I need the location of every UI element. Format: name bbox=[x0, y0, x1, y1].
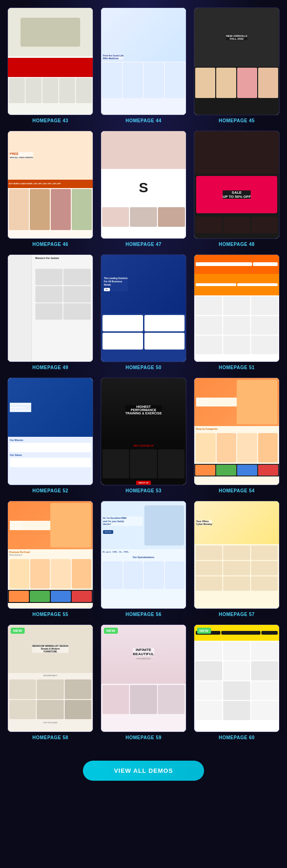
card-hp43-label: HOMEPAGE 43 bbox=[33, 118, 68, 123]
card-hp49-label: HOMEPAGE 49 bbox=[33, 365, 68, 370]
homepage-grid: HOMEPAGE 43 Find the Good LifeWith Medic… bbox=[7, 7, 280, 740]
card-hp48[interactable]: SALEUP TO 50% OFF HOMEPAGE 48 bbox=[194, 131, 280, 246]
card-hp53-label: HOMEPAGE 53 bbox=[126, 488, 162, 493]
card-hp53[interactable]: HIGHESTPERFORMANCETraining & Exercise WH… bbox=[101, 378, 186, 493]
card-hp50[interactable]: The Leading SolutionFor All BusinessNeed… bbox=[101, 254, 186, 370]
card-hp56[interactable]: Hi, I'm Excellent BMAand I'm your family… bbox=[101, 501, 186, 616]
card-hp47-label: HOMEPAGE 47 bbox=[126, 242, 162, 247]
card-hp51[interactable]: HOMEPAGE 51 bbox=[194, 254, 280, 370]
card-hp55-label: HOMEPAGE 55 bbox=[33, 612, 68, 617]
new-badge-hp59: NEW bbox=[104, 628, 118, 634]
new-badge-hp58: NEW bbox=[11, 628, 25, 634]
card-hp46[interactable]: FREEWITH ALL ENDS-ORDERS BUY MORE & SAVE… bbox=[7, 131, 93, 246]
card-hp50-label: HOMEPAGE 50 bbox=[126, 365, 162, 370]
card-hp52[interactable]: Focus on BusinessFundamentalsand Due Dil… bbox=[7, 378, 93, 493]
view-all-button[interactable]: VIEW ALL DEMOS bbox=[83, 761, 204, 781]
card-hp52-label: HOMEPAGE 52 bbox=[33, 488, 68, 493]
card-hp57[interactable]: Your OffersCyber Monday HOMEPAGE 57 bbox=[194, 501, 280, 616]
card-hp43[interactable]: HOMEPAGE 43 bbox=[7, 7, 93, 123]
card-hp59[interactable]: NEW INFINITEBEAUTIFUL OUR SERVICES HOMEP… bbox=[101, 624, 186, 740]
card-hp57-label: HOMEPAGE 57 bbox=[219, 612, 255, 617]
view-all-container: VIEW ALL DEMOS bbox=[7, 749, 280, 784]
card-hp46-label: HOMEPAGE 46 bbox=[33, 242, 68, 247]
card-hp48-label: HOMEPAGE 48 bbox=[219, 242, 255, 247]
card-hp49[interactable]: Women's For Jackets HOMEPAGE 49 bbox=[7, 254, 93, 370]
card-hp44-label: HOMEPAGE 44 bbox=[126, 118, 162, 123]
card-hp58[interactable]: NEW BEDROOM MINIMALIST DESIGNSimple & Mo… bbox=[7, 624, 93, 740]
card-hp54[interactable]: PETS SHOPEverythingfor your pet Shop by … bbox=[194, 378, 280, 493]
card-hp51-label: HOMEPAGE 51 bbox=[219, 365, 255, 370]
card-hp44[interactable]: Find the Good LifeWith Medicine HOMEPAGE… bbox=[101, 7, 186, 123]
card-hp56-label: HOMEPAGE 56 bbox=[126, 612, 162, 617]
card-hp60-label: HOMEPAGE 60 bbox=[219, 735, 255, 740]
card-hp47[interactable]: S HOMEPAGE 47 bbox=[101, 131, 186, 246]
card-hp60[interactable]: NEW bbox=[194, 624, 280, 740]
card-hp55[interactable]: PETS SHOPEverythingfor your pet Premium … bbox=[7, 501, 93, 616]
card-hp45[interactable]: NEW ARRIVALSFALL 2022 HOMEPAGE 45 bbox=[194, 7, 280, 123]
card-hp54-label: HOMEPAGE 54 bbox=[219, 488, 255, 493]
card-hp45-label: HOMEPAGE 45 bbox=[219, 118, 255, 123]
card-hp58-label: HOMEPAGE 58 bbox=[33, 735, 68, 740]
card-hp59-label: HOMEPAGE 59 bbox=[126, 735, 162, 740]
new-badge-hp60: NEW bbox=[197, 628, 211, 634]
